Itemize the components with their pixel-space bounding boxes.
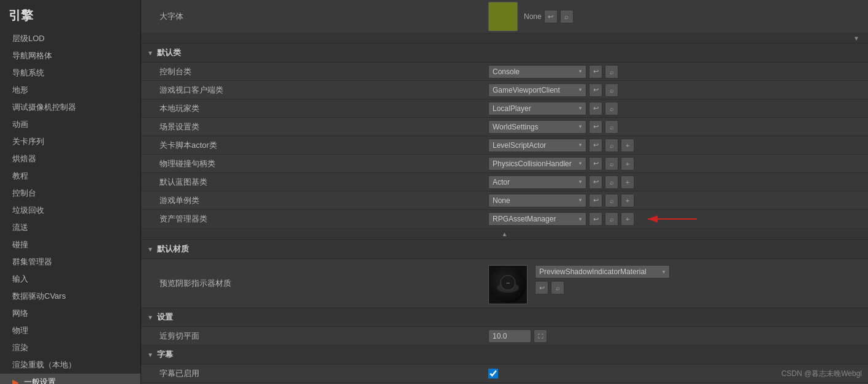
nearclip-expand-btn[interactable]: ⛶ <box>534 329 547 343</box>
gameviewport-search-btn[interactable]: ⌕ <box>605 83 618 97</box>
sidebar-item-0[interactable]: 层级LOD <box>0 30 140 47</box>
large-font-reset-btn[interactable]: ↩ <box>544 10 558 23</box>
localplayer-reset-btn[interactable]: ↩ <box>589 102 602 115</box>
physicscollision-value: PhysicsCollisionHandler ↩ ⌕ + <box>485 155 868 172</box>
levelscript-reset-btn[interactable]: ↩ <box>589 139 602 152</box>
physicscollision-select[interactable]: PhysicsCollisionHandler <box>488 157 586 171</box>
sidebar-item-label-17: 物理 <box>12 325 28 336</box>
settings-header: ▼ 设置 <box>141 308 868 327</box>
gamesingleton-select[interactable]: None <box>488 194 586 207</box>
sidebar-item-label-0: 层级LOD <box>12 33 45 44</box>
sidebar: 引擎 层级LOD导航网格体导航系统地形调试摄像机控制器动画关卡序列烘焙器教程控制… <box>0 0 141 384</box>
default-classes-triangle: ▼ <box>147 50 153 56</box>
sidebar-item-2[interactable]: 导航系统 <box>0 64 140 82</box>
physicscollision-select-wrapper: PhysicsCollisionHandler <box>488 157 586 171</box>
sidebar-item-20[interactable]: ▶一般设置 <box>0 374 140 384</box>
prop-nearclip: 近剪切平面 ⛶ <box>141 327 868 345</box>
worldsettings-select[interactable]: WorldSettings <box>488 120 586 134</box>
console-select-wrapper: Console <box>488 65 586 79</box>
sidebar-item-4[interactable]: 调试摄像机控制器 <box>0 99 140 116</box>
defaultblueprint-search-btn[interactable]: ⌕ <box>605 175 618 189</box>
gamesingleton-reset-btn[interactable]: ↩ <box>589 194 602 207</box>
sidebar-item-label-5: 动画 <box>12 119 28 130</box>
levelscript-value: LevelScriptActor ↩ ⌕ + <box>485 137 868 154</box>
localplayer-select[interactable]: LocalPlayer <box>488 102 586 115</box>
prop-localplayer: 本地玩家类 LocalPlayer ↩ ⌕ <box>141 99 868 118</box>
localplayer-select-wrapper: LocalPlayer <box>488 102 586 115</box>
defaultblueprint-label: 默认蓝图基类 <box>141 174 485 190</box>
previewshadow-reset-btn[interactable]: ↩ <box>535 281 548 294</box>
defaultblueprint-select-wrapper: Actor <box>488 175 586 189</box>
console-select[interactable]: Console <box>488 65 586 79</box>
physicscollision-add-btn[interactable]: + <box>621 157 634 171</box>
subtitles-enabled-checkbox[interactable] <box>488 369 498 378</box>
gameviewport-reset-btn[interactable]: ↩ <box>589 83 602 97</box>
sidebar-item-15[interactable]: 数据驱动CVars <box>0 288 140 305</box>
sidebar-item-3[interactable]: 地形 <box>0 82 140 99</box>
prop-previewshadow: 预览阴影指示器材质 − PreviewShadowIndicatorMateri… <box>141 259 868 308</box>
physicscollision-search-btn[interactable]: ⌕ <box>605 157 618 171</box>
defaultblueprint-add-btn[interactable]: + <box>621 175 634 189</box>
assetmanager-select[interactable]: RPGAssetManager <box>488 212 586 226</box>
worldsettings-search-btn[interactable]: ⌕ <box>605 120 618 134</box>
previewshadow-search-btn[interactable]: ⌕ <box>551 281 564 294</box>
expand-row: ▲ <box>141 229 868 240</box>
large-font-search-btn[interactable]: ⌕ <box>560 10 574 23</box>
console-search-btn[interactable]: ⌕ <box>605 65 618 79</box>
worldsettings-label: 场景设置类 <box>141 119 485 135</box>
assetmanager-label: 资产管理器类 <box>141 211 485 227</box>
sidebar-item-6[interactable]: 关卡序列 <box>0 133 140 150</box>
sidebar-item-5[interactable]: 动画 <box>0 116 140 133</box>
gameviewport-select[interactable]: GameViewportClient <box>488 83 586 97</box>
sidebar-item-18[interactable]: 渲染 <box>0 339 140 356</box>
collapse-row: ▼ <box>141 34 868 44</box>
main-content: 大字体 None ↩ ⌕ ▼ ▼ 默认类 控制台类 Console ↩ ⌕ <box>141 0 868 384</box>
sidebar-item-10[interactable]: 垃圾回收 <box>0 202 140 219</box>
sidebar-item-7[interactable]: 烘焙器 <box>0 150 140 167</box>
sidebar-item-label-7: 烘焙器 <box>12 153 36 164</box>
default-classes-label: 默认类 <box>157 47 181 58</box>
sidebar-item-label-14: 输入 <box>12 274 28 285</box>
shadow-indicator-svg: − <box>493 269 523 300</box>
localplayer-search-btn[interactable]: ⌕ <box>605 102 618 115</box>
defaultblueprint-reset-btn[interactable]: ↩ <box>589 175 602 189</box>
physicscollision-reset-btn[interactable]: ↩ <box>589 157 602 171</box>
gamesingleton-search-btn[interactable]: ⌕ <box>605 194 618 207</box>
gamesingleton-label: 游戏单例类 <box>141 193 485 209</box>
default-material-header: ▼ 默认材质 <box>141 240 868 259</box>
levelscript-select[interactable]: LevelScriptActor <box>488 139 586 152</box>
levelscript-search-btn[interactable]: ⌕ <box>605 139 618 152</box>
assetmanager-reset-btn[interactable]: ↩ <box>589 212 602 226</box>
console-reset-btn[interactable]: ↩ <box>589 65 602 79</box>
defaultblueprint-select[interactable]: Actor <box>488 175 586 189</box>
sidebar-item-9[interactable]: 控制台 <box>0 185 140 202</box>
assetmanager-add-btn[interactable]: + <box>621 212 634 226</box>
nearclip-input[interactable] <box>488 329 531 343</box>
collapse-btn[interactable]: ▼ <box>851 35 862 42</box>
sidebar-item-12[interactable]: 碰撞 <box>0 236 140 253</box>
sidebar-item-8[interactable]: 教程 <box>0 167 140 185</box>
assetmanager-search-btn[interactable]: ⌕ <box>605 212 618 226</box>
sidebar-item-14[interactable]: 输入 <box>0 271 140 288</box>
previewshadow-select[interactable]: PreviewShadowIndicatorMaterial <box>535 265 670 278</box>
sidebar-item-11[interactable]: 流送 <box>0 219 140 236</box>
worldsettings-reset-btn[interactable]: ↩ <box>589 120 602 134</box>
worldsettings-select-wrapper: WorldSettings <box>488 120 586 134</box>
expand-btn[interactable]: ▲ <box>499 231 510 237</box>
sidebar-item-16[interactable]: 网络 <box>0 305 140 322</box>
sidebar-item-label-19: 渲染重载（本地） <box>12 359 76 371</box>
previewshadow-preview: − <box>490 266 526 303</box>
prop-defaultblueprint: 默认蓝图基类 Actor ↩ ⌕ + <box>141 173 868 191</box>
settings-label: 设置 <box>157 312 173 323</box>
gamesingleton-value: None ↩ ⌕ + <box>485 192 868 209</box>
gamesingleton-add-btn[interactable]: + <box>621 194 634 207</box>
sidebar-item-1[interactable]: 导航网格体 <box>0 47 140 64</box>
gameviewport-label: 游戏视口客户端类 <box>141 82 485 98</box>
previewshadow-controls: PreviewShadowIndicatorMaterial ↩ ⌕ <box>535 265 670 294</box>
previewshadow-label: 预览阴影指示器材质 <box>141 275 485 291</box>
sidebar-item-13[interactable]: 群集管理器 <box>0 253 140 271</box>
levelscript-add-btn[interactable]: + <box>621 139 634 152</box>
sidebar-item-19[interactable]: 渲染重载（本地） <box>0 356 140 374</box>
sidebar-item-17[interactable]: 物理 <box>0 322 140 339</box>
default-classes-header: ▼ 默认类 <box>141 44 868 63</box>
